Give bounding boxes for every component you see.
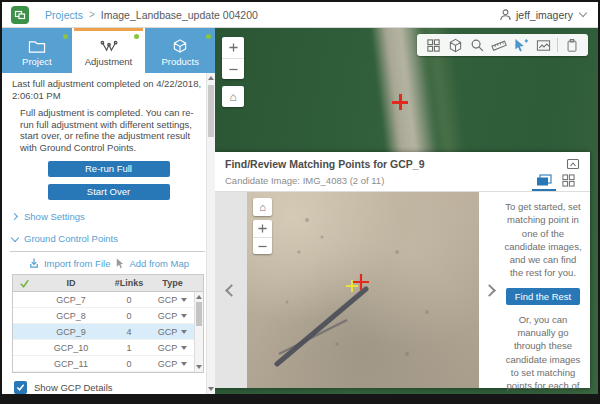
candidate-image[interactable]: ⌂ xyxy=(247,192,479,388)
adjustment-panel: Last full adjustment completed on 4/22/2… xyxy=(2,73,215,394)
gcp-type-dropdown[interactable]: GCP xyxy=(151,327,194,337)
table-row[interactable]: GCP_11 0 GCP xyxy=(13,356,203,372)
gcp-type-dropdown[interactable]: GCP xyxy=(151,343,194,353)
column-header-id[interactable]: ID xyxy=(35,278,107,288)
tab-label: Adjustment xyxy=(85,56,133,67)
chevron-left-icon xyxy=(225,284,238,297)
table-scrollbar[interactable] xyxy=(194,292,203,372)
add-from-map-link[interactable]: Add from Map xyxy=(129,258,189,269)
instruction-intro: To get started, set matching point in on… xyxy=(504,200,582,280)
zoom-out-button[interactable] xyxy=(222,58,244,79)
gcp-table-header: ID #Links Type xyxy=(13,275,203,292)
basemap-icon[interactable] xyxy=(444,35,466,55)
apps-grid-icon[interactable] xyxy=(422,35,444,55)
show-settings-label: Show Settings xyxy=(24,211,85,222)
tab-products[interactable]: Products xyxy=(145,28,215,73)
gcp-links: 0 xyxy=(107,359,151,369)
table-row[interactable]: GCP_8 0 GCP xyxy=(13,308,203,324)
username: jeff_imagery xyxy=(516,9,573,21)
map-toolbar xyxy=(417,34,588,56)
scrollbar-thumb[interactable] xyxy=(208,85,214,137)
column-header-links[interactable]: #Links xyxy=(107,278,151,288)
candidate-image-label: Candidate Image: IMG_4083 (2 of 11) xyxy=(225,175,384,191)
toolbar-divider xyxy=(557,38,558,52)
previous-image-button[interactable] xyxy=(215,192,247,388)
clipboard-icon[interactable] xyxy=(561,35,583,55)
tab-adjustment[interactable]: Adjustment xyxy=(74,28,144,73)
scrollbar-thumb[interactable] xyxy=(196,302,202,326)
status-dot xyxy=(134,34,139,39)
person-icon xyxy=(499,8,512,21)
next-image-button[interactable] xyxy=(479,192,499,388)
last-adjustment-status: Last full adjustment completed on 4/22/2… xyxy=(12,78,203,101)
user-menu[interactable]: jeff_imagery xyxy=(499,8,586,21)
image-viewer-icon[interactable] xyxy=(532,35,554,55)
gcp-id: GCP_11 xyxy=(35,359,107,369)
show-settings-toggle[interactable]: Show Settings xyxy=(12,211,215,222)
panel-scrollbar[interactable] xyxy=(206,73,215,394)
scroll-down-arrow[interactable] xyxy=(196,365,202,369)
measure-icon[interactable] xyxy=(488,35,510,55)
gcp-links: 1 xyxy=(107,343,151,353)
view-toggle-group xyxy=(532,171,580,191)
image-home-button[interactable]: ⌂ xyxy=(253,198,272,216)
gcp-marker-cross xyxy=(399,94,402,110)
select-all-check-icon[interactable] xyxy=(13,278,35,289)
import-icon xyxy=(28,257,40,269)
scroll-up-arrow[interactable] xyxy=(196,295,202,299)
grid-view-toggle[interactable] xyxy=(556,171,580,191)
gcp-section-label: Ground Control Points xyxy=(24,233,118,244)
chevron-right-icon xyxy=(11,213,18,220)
show-gcp-details-checkbox[interactable] xyxy=(14,381,27,394)
chevron-right-icon xyxy=(483,284,496,297)
find-the-rest-button[interactable]: Find the Rest xyxy=(506,288,581,305)
table-row-selected[interactable]: GCP_9 4 GCP xyxy=(13,324,203,340)
search-icon[interactable] xyxy=(466,35,488,55)
chevron-down-icon xyxy=(579,9,587,17)
top-bar: Projects > Image_Landbase_update 004200 … xyxy=(2,2,598,28)
gcp-type-dropdown[interactable]: GCP xyxy=(151,295,194,305)
plus-icon xyxy=(258,224,267,233)
rerun-full-button[interactable]: Re-run Full xyxy=(48,161,170,177)
table-row[interactable]: GCP_7 0 GCP xyxy=(13,292,203,308)
candidate-image-overlay xyxy=(247,192,479,382)
image-zoom-in-button[interactable] xyxy=(253,220,272,237)
import-from-file-link[interactable]: Import from File xyxy=(44,258,111,269)
home-icon: ⌂ xyxy=(229,90,236,104)
gcp-section-toggle[interactable]: Ground Control Points xyxy=(12,233,215,244)
scroll-up-arrow[interactable] xyxy=(208,76,214,80)
gcp-links: 4 xyxy=(107,327,151,337)
dropdown-arrow-icon xyxy=(181,330,187,334)
scroll-down-arrow[interactable] xyxy=(208,387,214,391)
single-image-view-toggle[interactable] xyxy=(532,171,556,191)
gcp-type-dropdown[interactable]: GCP xyxy=(151,359,194,369)
column-header-type[interactable]: Type xyxy=(151,278,194,288)
zoom-in-button[interactable] xyxy=(222,37,244,58)
page-title: Image_Landbase_update 004200 xyxy=(101,9,258,21)
secondary-shadow xyxy=(279,320,347,354)
find-review-panel: Find/Review Matching Points for GCP_9 Ca… xyxy=(215,152,590,388)
breadcrumb-projects-link[interactable]: Projects xyxy=(45,9,83,21)
gcp-links: 0 xyxy=(107,311,151,321)
image-zoom-out-button[interactable] xyxy=(253,237,272,254)
dropdown-arrow-icon xyxy=(181,298,187,302)
minus-icon xyxy=(229,65,238,74)
folder-icon xyxy=(27,38,47,54)
gcp-table: ID #Links Type GCP_7 0 GCP GCP_8 0 GCP xyxy=(12,274,204,373)
table-row[interactable]: GCP_10 1 GCP xyxy=(13,340,203,356)
status-dot xyxy=(206,34,211,39)
cube-icon xyxy=(170,38,190,54)
app-frame: Projects > Image_Landbase_update 004200 … xyxy=(0,0,600,404)
start-over-button[interactable]: Start Over xyxy=(48,184,170,200)
gcp-id: GCP_8 xyxy=(35,311,107,321)
show-gcp-details-row: Show GCP Details xyxy=(14,381,215,394)
instructions-column: To get started, set matching point in on… xyxy=(499,192,590,388)
open-in-window-icon[interactable] xyxy=(566,158,580,170)
tab-project[interactable]: Project xyxy=(2,28,72,73)
adjustment-description: Full adjustment is completed. You can re… xyxy=(20,107,201,153)
select-point-tool-icon[interactable] xyxy=(510,35,532,55)
gcp-type-dropdown[interactable]: GCP xyxy=(151,311,194,321)
status-dot xyxy=(63,34,68,39)
tab-label: Project xyxy=(22,56,52,67)
map-home-button[interactable]: ⌂ xyxy=(222,86,244,107)
